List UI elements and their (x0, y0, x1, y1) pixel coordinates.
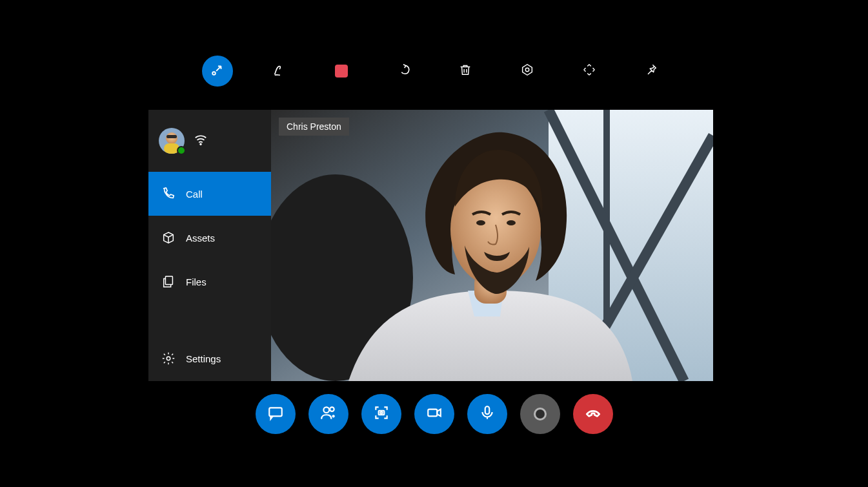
sidebar-item-label: Call (186, 189, 203, 200)
microphone-icon (479, 404, 496, 424)
trash-icon (458, 63, 472, 79)
sidebar-item-label: Files (186, 276, 207, 287)
participant-name: Chris Preston (287, 121, 341, 132)
hang-up-button[interactable] (573, 394, 613, 434)
sidebar-item-assets[interactable]: Assets (148, 216, 271, 260)
video-icon (426, 404, 443, 424)
participant-name-badge: Chris Preston (279, 118, 349, 136)
sidebar-item-label: Assets (186, 233, 215, 244)
undo-button[interactable] (388, 56, 419, 87)
sidebar-item-label: Settings (186, 353, 221, 364)
call-controls (0, 394, 868, 434)
svg-rect-8 (165, 276, 172, 285)
svg-rect-6 (167, 135, 177, 138)
microphone-button[interactable] (467, 394, 507, 434)
svg-marker-1 (522, 65, 532, 76)
chat-icon (267, 404, 284, 424)
expand-arrows-icon (582, 63, 596, 79)
aperture-button[interactable] (512, 56, 543, 87)
sidebar-header (148, 110, 271, 172)
video-button[interactable] (414, 394, 454, 434)
files-icon (161, 275, 176, 289)
svg-point-7 (200, 143, 201, 145)
svg-point-19 (507, 220, 516, 225)
svg-point-24 (380, 411, 382, 413)
record-indicator-button[interactable] (326, 56, 357, 87)
svg-rect-26 (485, 406, 489, 414)
chat-button[interactable] (256, 394, 296, 434)
sidebar-nav: Call Assets Files (148, 172, 271, 304)
aperture-icon (520, 63, 534, 79)
hang-up-icon (585, 404, 601, 424)
svg-rect-25 (428, 409, 437, 417)
video-area: Chris Preston (271, 110, 713, 381)
add-person-button[interactable] (308, 394, 348, 434)
undo-icon (396, 63, 410, 79)
sidebar: Call Assets Files (148, 110, 271, 381)
svg-point-21 (323, 407, 329, 413)
svg-point-2 (525, 68, 529, 72)
participant-video (271, 110, 713, 381)
ink-pen-icon (272, 63, 287, 79)
sidebar-item-files[interactable]: Files (148, 260, 271, 304)
trash-button[interactable] (450, 56, 481, 87)
ink-pen-button[interactable] (264, 56, 295, 87)
record-button[interactable] (520, 394, 560, 434)
presence-available-icon (177, 146, 186, 155)
sidebar-item-settings[interactable]: Settings (148, 336, 271, 381)
gear-icon (161, 351, 176, 366)
phone-icon (161, 187, 176, 201)
add-person-icon (320, 404, 337, 424)
annotation-toolbar (0, 52, 868, 90)
sidebar-item-call[interactable]: Call (148, 172, 271, 216)
svg-point-9 (167, 357, 170, 360)
avatar[interactable] (159, 128, 185, 154)
svg-point-18 (476, 220, 485, 225)
minimize-diagonal-icon (210, 63, 225, 79)
record-icon (534, 408, 547, 420)
svg-rect-20 (269, 408, 282, 416)
minimize-diagonal-button[interactable] (202, 56, 233, 87)
svg-point-0 (212, 72, 216, 75)
package-icon (161, 231, 176, 245)
camera-frame-icon (373, 404, 390, 424)
screenshot-button[interactable] (361, 394, 401, 434)
expand-arrows-button[interactable] (574, 56, 605, 87)
app-window: Call Assets Files (148, 110, 713, 381)
record-indicator-icon (335, 65, 348, 78)
wifi-icon (194, 132, 208, 149)
svg-point-22 (330, 407, 334, 411)
pin-button[interactable] (636, 56, 667, 87)
pin-icon (644, 63, 658, 79)
